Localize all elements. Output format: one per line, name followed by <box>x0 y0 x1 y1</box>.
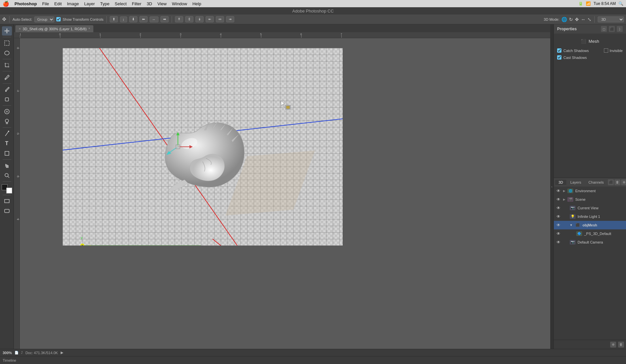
eyedropper-tool-button[interactable] <box>2 73 12 82</box>
auto-select-dropdown[interactable]: Group Layer <box>34 16 54 22</box>
panel-action-2[interactable]: 🗑 <box>614 179 620 185</box>
align-left-button[interactable]: ⬅ <box>139 16 148 22</box>
doc-info: Doc: 471.3K/514.0K <box>25 351 58 355</box>
zoom-indicator[interactable]: 📄 <box>14 351 18 354</box>
type-tool-button[interactable]: T <box>2 139 12 148</box>
marquee-tool-button[interactable] <box>2 39 12 48</box>
wifi-icon: 📶 <box>586 1 591 6</box>
zoom-tool-button[interactable] <box>2 171 12 180</box>
align-bottom-button[interactable]: ⬇ <box>129 16 137 22</box>
panel-action-1[interactable]: ⬛ <box>608 179 614 185</box>
layer-item-ps3ddefault[interactable]: 👁 🔷 _PS_3D_Default <box>554 229 626 238</box>
3d-pan-icon[interactable]: ✥ <box>575 17 579 22</box>
layer-item-scene[interactable]: 👁 ▶ 🎬 Scene <box>554 195 626 204</box>
panel-add-button[interactable]: ⊕ <box>610 342 616 348</box>
svg-rect-8 <box>6 122 8 124</box>
align-right-button[interactable]: ➡ <box>160 16 169 22</box>
show-transform-checkbox[interactable] <box>56 17 61 21</box>
properties-icon-1[interactable]: ◻ <box>601 26 607 32</box>
burn-tool-button[interactable] <box>2 117 12 126</box>
hand-tool-button[interactable] <box>2 161 12 170</box>
screen-mode-button[interactable] <box>2 196 12 206</box>
distribute-top-button[interactable]: ↟ <box>175 16 183 22</box>
catch-shadows-checkbox[interactable] <box>557 48 561 53</box>
layer-eye-defcam[interactable]: 👁 <box>556 240 561 245</box>
panel-bottom-bar: ⊕ 🗑 <box>554 340 626 349</box>
canvas-tab[interactable]: × 3D_Shell.obj @ 300% (Layer 1, RGB/8) * <box>15 25 94 32</box>
tab-layers[interactable]: Layers <box>567 180 584 185</box>
panel-action-3[interactable]: ⊕ <box>621 179 626 185</box>
menu-type[interactable]: Type <box>100 1 109 6</box>
lasso-tool-button[interactable] <box>2 48 12 58</box>
layer-expand-environment[interactable]: ▶ <box>563 189 565 193</box>
distribute-right-button[interactable]: ↠ <box>226 16 234 22</box>
layer-item-light1[interactable]: 👁 💡 Infinite Light 1 <box>554 212 626 221</box>
distribute-vc-button[interactable]: ⇕ <box>185 16 193 22</box>
layer-eye-scene[interactable]: 👁 <box>556 197 561 202</box>
layer-item-objmesh[interactable]: 👁 ▼ ⬛ objMesh <box>554 221 626 229</box>
3d-mode-select[interactable]: 3D <box>598 16 624 22</box>
3d-scale-icon[interactable]: ⤡ <box>587 17 591 22</box>
layer-item-environment[interactable]: 👁 ▶ 🌐 Environment <box>554 187 626 195</box>
panel-delete-button[interactable]: 🗑 <box>618 342 624 348</box>
align-hcenter-button[interactable]: ↔ <box>150 16 158 22</box>
canvas-document: y x <box>63 48 343 246</box>
layer-eye-objmesh[interactable]: 👁 <box>556 222 561 228</box>
menu-view[interactable]: View <box>157 1 167 6</box>
layer-expand-scene[interactable]: ▶ <box>563 198 565 201</box>
menu-photoshop[interactable]: Photoshop <box>14 1 37 6</box>
menu-image[interactable]: Image <box>67 1 79 6</box>
layer-item-current-view[interactable]: 👁 📷 Current View <box>554 204 626 212</box>
search-icon[interactable]: 🔍 <box>618 1 623 6</box>
layer-eye-current-view[interactable]: 👁 <box>556 205 561 211</box>
extra-mode-button[interactable] <box>2 206 12 216</box>
tab-close-button[interactable]: × <box>19 27 21 31</box>
layer-expand-objmesh[interactable]: ▼ <box>570 223 573 227</box>
menu-3d[interactable]: 3D <box>147 1 152 6</box>
doc-info-arrow[interactable]: ▶ <box>61 351 63 355</box>
blur-tool-button[interactable] <box>2 107 12 116</box>
layer-eye-light1[interactable]: 👁 <box>556 214 561 219</box>
shape-tool-button[interactable] <box>2 149 12 158</box>
distribute-bottom-button[interactable]: ↡ <box>195 16 204 22</box>
export-button[interactable]: ⤴ <box>21 351 23 354</box>
3d-mode-section: 3D Mode: 🌐 ↻ ✥ ↔ ⤡ 3D <box>544 16 624 23</box>
layer-item-defcam[interactable]: 👁 📷 Default Camera <box>554 238 626 247</box>
align-vcenter-button[interactable]: ↕ <box>120 16 127 22</box>
3d-slide-icon[interactable]: ↔ <box>581 17 585 22</box>
eraser-tool-button[interactable] <box>2 95 12 104</box>
align-top-button[interactable]: ⬆ <box>110 16 118 22</box>
cast-shadows-checkbox[interactable] <box>557 55 561 60</box>
layer-eye-ps3ddefault[interactable]: 👁 <box>556 231 561 236</box>
3d-roll-icon[interactable]: ↻ <box>569 17 573 22</box>
menu-edit[interactable]: Edit <box>54 1 62 6</box>
menu-window[interactable]: Window <box>172 1 187 6</box>
crop-tool-button[interactable] <box>2 61 12 70</box>
distribute-hc-button[interactable]: ⇔ <box>216 16 224 22</box>
layer-eye-environment[interactable]: 👁 <box>556 188 561 194</box>
invisible-label: Invisible <box>610 49 623 53</box>
menu-help[interactable]: Help <box>192 1 201 6</box>
tab-3d[interactable]: 3D <box>555 180 566 185</box>
tab-channels[interactable]: Channels <box>585 180 607 185</box>
properties-expand[interactable]: ⟩ <box>617 26 623 32</box>
background-color[interactable] <box>6 188 12 194</box>
properties-title: Properties <box>557 27 577 31</box>
menu-layer[interactable]: Layer <box>84 1 95 6</box>
panel-collapse-button[interactable]: ‹ <box>550 24 554 349</box>
distribute-left-button[interactable]: ↞ <box>206 16 214 22</box>
menu-filter[interactable]: Filter <box>132 1 141 6</box>
apple-menu[interactable]: 🍎 <box>3 1 9 7</box>
layer-icon-scene: 🎬 <box>567 197 573 202</box>
clock: Tue 8:54 AM <box>593 1 616 6</box>
menu-select[interactable]: Select <box>115 1 127 6</box>
invisible-checkbox[interactable] <box>604 48 608 53</box>
pen-tool-button[interactable] <box>2 129 12 138</box>
move-tool-button[interactable] <box>2 26 12 36</box>
properties-icon-2[interactable]: ⬛ <box>609 26 615 32</box>
brush-tool-button[interactable] <box>2 85 12 94</box>
3d-orbit-icon[interactable]: 🌐 <box>561 17 567 22</box>
menu-file[interactable]: File <box>42 1 49 6</box>
color-swatches[interactable] <box>2 184 12 194</box>
canvas-viewport[interactable]: y x <box>20 38 550 349</box>
